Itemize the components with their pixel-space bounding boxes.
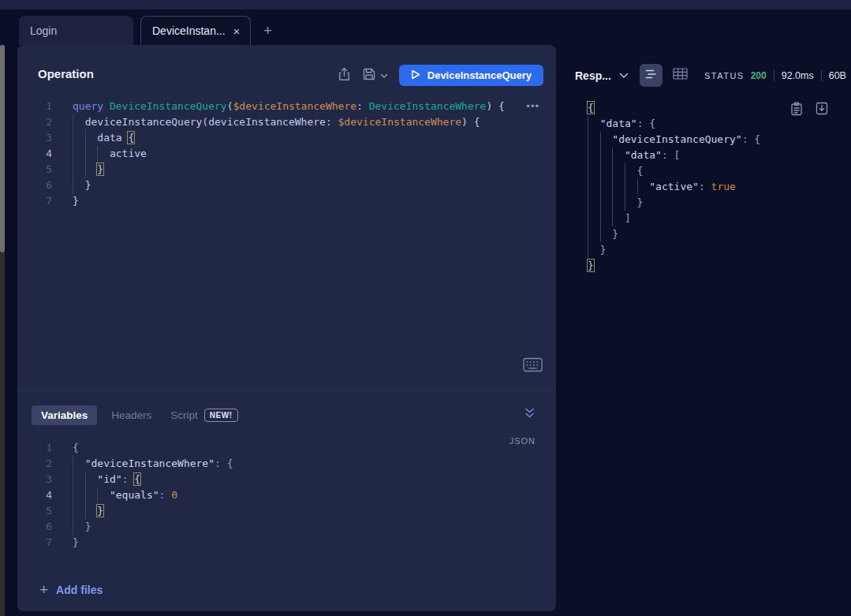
save-icon xyxy=(362,67,376,84)
share-icon xyxy=(338,67,351,84)
code-line: 2 deviceInstanceQuery(deviceInstanceWher… xyxy=(17,114,556,130)
pretty-view-icon xyxy=(644,69,657,83)
response-selector[interactable]: Resp... xyxy=(575,69,629,82)
indent-guide xyxy=(97,146,98,162)
response-size: 60B xyxy=(829,70,846,81)
line-number: 2 xyxy=(17,114,52,130)
line-number: 6 xyxy=(17,177,52,193)
code-line: "data": { xyxy=(556,116,851,132)
table-view-button[interactable] xyxy=(669,64,692,87)
response-header: Resp... STATUS 200 92.0ms xyxy=(575,64,846,87)
new-badge: NEW! xyxy=(204,409,238,422)
response-panel: Resp... STATUS 200 92.0ms xyxy=(556,0,851,616)
request-subtabs: Variables Headers Script NEW! xyxy=(32,404,257,426)
pretty-view-button[interactable] xyxy=(640,64,663,87)
code-line: 3 data { xyxy=(17,130,556,146)
indent-guide xyxy=(73,456,73,535)
code-line: } xyxy=(556,242,851,258)
line-number: 3 xyxy=(17,130,52,146)
table-view-icon xyxy=(673,68,688,83)
indent-guide xyxy=(85,130,86,177)
save-button[interactable] xyxy=(362,67,376,84)
line-number: 2 xyxy=(17,456,52,472)
add-files-label: Add files xyxy=(56,584,103,596)
response-viewer[interactable]: { "data": { "deviceInstanceQuery": { "da… xyxy=(556,100,851,274)
code-line: 1{ xyxy=(17,440,556,456)
meta-divider xyxy=(774,70,774,81)
run-query-label: DeviceInstanceQuery xyxy=(427,69,532,81)
line-number: 7 xyxy=(17,193,52,209)
tab-login[interactable]: Login xyxy=(19,16,133,45)
response-selector-label: Resp... xyxy=(575,69,611,82)
tab-variables[interactable]: Variables xyxy=(32,405,97,425)
close-tab-icon[interactable]: × xyxy=(233,25,241,37)
add-tab-button[interactable]: + xyxy=(263,22,272,39)
variables-editor[interactable]: 1{2 "deviceInstanceWhere": {3 "id": {4 "… xyxy=(17,440,556,551)
code-line: 7} xyxy=(17,193,556,209)
code-line: } xyxy=(556,258,851,274)
code-line: 5 } xyxy=(17,162,556,177)
code-line: { xyxy=(556,100,851,116)
save-options-button[interactable] xyxy=(380,69,388,81)
line-number: 5 xyxy=(17,503,52,519)
tab-variables-label: Variables xyxy=(41,409,88,421)
line-number: 6 xyxy=(17,519,52,535)
indent-guide xyxy=(97,487,98,503)
indent-guide xyxy=(85,472,86,519)
line-number: 3 xyxy=(17,472,52,487)
code-line: 2 "deviceInstanceWhere": { xyxy=(17,456,556,472)
collapse-section-button[interactable] xyxy=(524,407,536,422)
tab-script-label: Script xyxy=(170,409,198,421)
operation-actions: DeviceInstanceQuery xyxy=(338,65,543,86)
save-button-group xyxy=(362,67,388,84)
indent-guide xyxy=(612,147,613,226)
code-line: 4 "equals": 0 xyxy=(17,487,556,503)
code-line: 7} xyxy=(17,535,556,551)
request-panel: Operation xyxy=(17,45,556,611)
tab-headers[interactable]: Headers xyxy=(111,409,151,421)
line-number: 1 xyxy=(17,440,52,456)
status-code: 200 xyxy=(751,70,767,81)
play-icon xyxy=(411,69,420,82)
left-scrollbar-track[interactable] xyxy=(0,45,5,616)
keyboard-shortcuts-icon[interactable] xyxy=(523,357,543,375)
response-meta: STATUS 200 92.0ms 60B xyxy=(704,70,846,81)
indent-guide xyxy=(625,163,625,211)
tab-login-label: Login xyxy=(30,24,57,37)
code-line: 1query DeviceInstanceQuery($deviceInstan… xyxy=(17,99,556,114)
query-editor[interactable]: 1query DeviceInstanceQuery($deviceInstan… xyxy=(17,99,556,209)
section-divider xyxy=(17,390,556,391)
plus-icon: + xyxy=(39,581,48,599)
tab-script[interactable]: Script NEW! xyxy=(170,409,237,422)
line-number: 4 xyxy=(17,487,52,503)
add-files-button[interactable]: + Add files xyxy=(39,581,103,599)
tab-device-instance-query[interactable]: DeviceInstan... × xyxy=(140,16,251,45)
line-number: 1 xyxy=(17,99,52,114)
code-line: 6 } xyxy=(17,177,556,193)
chevron-down-icon xyxy=(619,73,629,79)
chevron-down-icon xyxy=(380,69,388,81)
response-time: 92.0ms xyxy=(782,70,814,81)
code-line: 3 "id": { xyxy=(17,472,556,487)
meta-divider xyxy=(821,70,822,81)
line-number: 5 xyxy=(17,162,52,177)
indent-guide xyxy=(73,114,73,193)
code-line: 6 } xyxy=(17,519,556,535)
tab-device-instance-label: DeviceInstan... xyxy=(152,24,226,37)
status-label: STATUS xyxy=(704,71,745,80)
line-number: 4 xyxy=(17,146,52,162)
indent-guide xyxy=(637,179,638,195)
indent-guide xyxy=(600,132,601,242)
indent-guide xyxy=(588,116,588,258)
left-scrollbar-thumb[interactable] xyxy=(0,45,5,252)
run-query-button[interactable]: DeviceInstanceQuery xyxy=(399,65,543,86)
line-number: 7 xyxy=(17,535,52,551)
code-line: 5 } xyxy=(17,503,556,519)
share-button[interactable] xyxy=(338,67,351,84)
tab-headers-label: Headers xyxy=(111,409,151,421)
code-line: 4 active xyxy=(17,146,556,162)
operation-title: Operation xyxy=(38,67,94,80)
